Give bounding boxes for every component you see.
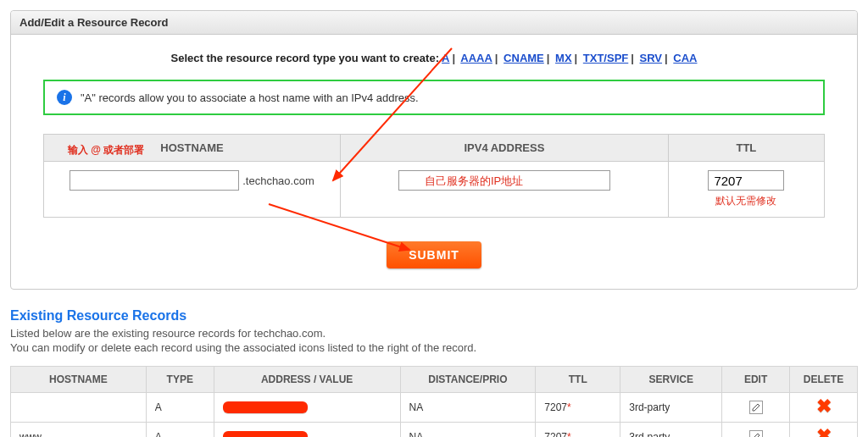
type-link-caa[interactable]: CAA	[673, 52, 697, 64]
info-box: i "A" records allow you to associate a h…	[43, 80, 825, 115]
col-address: ADDRESS / VALUE	[214, 367, 400, 393]
edit-icon[interactable]	[749, 430, 763, 437]
edit-icon[interactable]	[749, 401, 763, 414]
type-link-srv[interactable]: SRV	[640, 52, 663, 64]
type-link-mx[interactable]: MX	[555, 52, 572, 64]
panel-title: Add/Edit a Resource Record	[11, 11, 857, 35]
delete-icon[interactable]: ✖	[816, 396, 832, 417]
existing-line1: Listed below are the existing resource r…	[10, 327, 858, 340]
type-select-label: Select the resource record type you want…	[171, 52, 439, 64]
hostname-hint: 输入 @ 或者部署	[68, 143, 144, 158]
th-hostname: HOSTNAME	[160, 141, 223, 154]
col-ttl: TTL	[536, 367, 620, 393]
col-type: TYPE	[146, 367, 214, 393]
existing-line2: You can modify or delete each record usi…	[10, 341, 858, 354]
domain-suffix: .techchao.com	[242, 174, 314, 187]
ttl-input[interactable]	[708, 170, 784, 191]
col-edit: EDIT	[722, 367, 790, 393]
info-icon: i	[57, 90, 72, 105]
existing-records-section: Existing Resource Records Listed below a…	[10, 308, 858, 437]
delete-icon[interactable]: ✖	[816, 425, 832, 437]
type-link-aaaa[interactable]: AAAA	[460, 52, 492, 64]
record-type-selector: Select the resource record type you want…	[28, 52, 840, 64]
ttl-hint: 默认无需修改	[677, 194, 815, 208]
page-container: Add/Edit a Resource Record Select the re…	[10, 10, 858, 437]
record-form-table: 输入 @ 或者部署 HOSTNAME IPV4 ADDRESS TTL .tec…	[43, 134, 825, 218]
add-edit-panel: Add/Edit a Resource Record Select the re…	[10, 10, 858, 290]
col-distance: DISTANCE/PRIO	[400, 367, 536, 393]
col-service: SERVICE	[620, 367, 722, 393]
hostname-input[interactable]	[70, 170, 239, 191]
type-link-txtspf[interactable]: TXT/SPF	[583, 52, 628, 64]
submit-button[interactable]: SUBMIT	[387, 241, 481, 268]
records-table: HOSTNAME TYPE ADDRESS / VALUE DISTANCE/P…	[10, 366, 858, 437]
type-link-cname[interactable]: CNAME	[504, 52, 544, 64]
panel-body: Select the resource record type you want…	[11, 35, 857, 289]
table-row: wwwANA7207*3rd-party✖	[11, 423, 858, 438]
col-delete: DELETE	[790, 367, 858, 393]
existing-heading: Existing Resource Records	[10, 308, 858, 324]
type-link-a[interactable]: A	[442, 52, 449, 64]
col-hostname: HOSTNAME	[11, 367, 147, 393]
ipv4-input[interactable]	[398, 170, 610, 191]
info-text: "A" records allow you to associate a hos…	[81, 91, 419, 104]
table-row: ANA7207*3rd-party✖	[11, 393, 858, 423]
th-ipv4: IPV4 ADDRESS	[464, 141, 544, 154]
th-ttl: TTL	[736, 141, 756, 154]
